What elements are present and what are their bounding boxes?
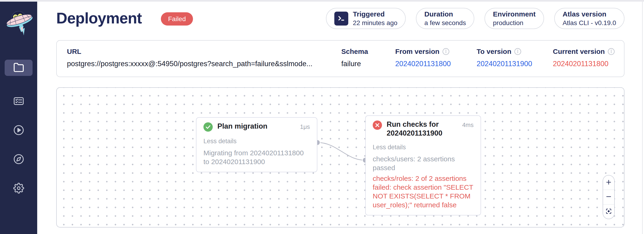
terminal-icon xyxy=(334,11,348,25)
node-duration: 4ms xyxy=(462,121,474,129)
pill-atlas-version: Atlas version Atlas CLI - v0.19.0 xyxy=(554,8,624,29)
node-detail-text: Migrating from 20240201131800 to 2024020… xyxy=(204,149,310,166)
flow-canvas[interactable]: Plan migration 1μs Less details Migratin… xyxy=(56,87,624,228)
folder-icon xyxy=(13,62,24,74)
fit-view-icon xyxy=(606,208,612,215)
pill-duration: Duration a few seconds xyxy=(416,8,474,29)
schema-value: failure xyxy=(341,60,368,68)
schema-label: Schema xyxy=(341,48,368,55)
fit-view-button[interactable] xyxy=(603,204,614,219)
pill-value: a few seconds xyxy=(424,19,466,27)
page-title: Deployment xyxy=(56,9,142,27)
pill-value: 22 minutes ago xyxy=(353,19,397,27)
canvas-zoom-controls xyxy=(602,175,615,219)
zoom-out-button[interactable] xyxy=(603,190,614,204)
x-circle-icon xyxy=(373,120,382,130)
node-duration: 1μs xyxy=(300,123,310,130)
info-icon[interactable] xyxy=(514,48,522,55)
minus-icon xyxy=(606,194,612,200)
sidebar-item-deployments[interactable] xyxy=(5,60,32,76)
plus-icon xyxy=(606,179,612,186)
check-circle-icon xyxy=(204,122,213,132)
window-scrollbar-track[interactable] xyxy=(642,2,642,234)
zoom-in-button[interactable] xyxy=(603,176,614,190)
url-block: URL postgres://postgres:xxxxx@:54950/pos… xyxy=(67,48,312,68)
node-run-checks[interactable]: Run checks for 20240201131900 4ms Less d… xyxy=(365,115,481,216)
pill-label: Environment xyxy=(493,10,536,18)
sidebar-item-migrations[interactable] xyxy=(5,93,32,110)
url-value: postgres://postgres:xxxxx@:54950/postgre… xyxy=(67,60,312,68)
pill-triggered: Triggered 22 minutes ago xyxy=(326,8,406,29)
status-badge: Failed xyxy=(161,12,193,25)
pill-label: Triggered xyxy=(353,10,397,18)
compass-icon xyxy=(13,154,24,166)
deployment-info-pills: Triggered 22 minutes ago Duration a few … xyxy=(326,8,624,29)
details-toggle[interactable]: Less details xyxy=(373,144,474,151)
from-version-label: From version xyxy=(395,48,440,55)
gear-icon xyxy=(13,183,24,195)
node-detail-text: checks/users: 2 assertions passed xyxy=(373,155,474,172)
current-version-label: Current version xyxy=(553,48,605,55)
sidebar-item-explore[interactable] xyxy=(5,151,32,168)
current-version-value: 20240201131800 xyxy=(553,60,615,68)
node-title: Plan migration xyxy=(218,122,296,131)
details-toggle[interactable]: Less details xyxy=(204,138,310,145)
from-version-link[interactable]: 20240201131800 xyxy=(395,60,451,68)
node-title: Run checks for 20240201131900 xyxy=(387,120,458,138)
current-version-column: Current version 20240201131800 xyxy=(553,48,615,68)
flow-edge-layer xyxy=(57,88,624,228)
window-top-edge xyxy=(0,0,644,2)
pill-value: Atlas CLI - v0.19.0 xyxy=(563,19,616,27)
sidebar-item-runs[interactable] xyxy=(5,122,32,139)
connection-summary-card: URL postgres://postgres:xxxxx@:54950/pos… xyxy=(56,40,624,77)
sidebar xyxy=(0,2,37,234)
checklist-icon xyxy=(13,96,24,107)
info-icon[interactable] xyxy=(608,48,615,55)
sidebar-item-settings[interactable] xyxy=(5,180,32,197)
pill-value: production xyxy=(493,19,536,27)
pill-label: Atlas version xyxy=(563,10,616,18)
info-icon[interactable] xyxy=(442,48,450,55)
to-version-link[interactable]: 20240201131900 xyxy=(476,60,532,68)
pill-label: Duration xyxy=(424,10,466,18)
schema-column: Schema failure xyxy=(341,48,368,68)
pill-environment: Environment production xyxy=(484,8,544,29)
play-circle-icon xyxy=(13,125,24,137)
url-label: URL xyxy=(67,48,312,55)
to-version-column: To version 20240201131900 xyxy=(476,48,532,68)
from-version-column: From version 20240201131800 xyxy=(395,48,451,68)
node-plan-migration[interactable]: Plan migration 1μs Less details Migratin… xyxy=(196,117,317,172)
atlas-logo[interactable] xyxy=(3,4,34,37)
to-version-label: To version xyxy=(476,48,511,55)
node-error-text: checks/roles: 2 of 2 assertions failed: … xyxy=(373,174,474,209)
